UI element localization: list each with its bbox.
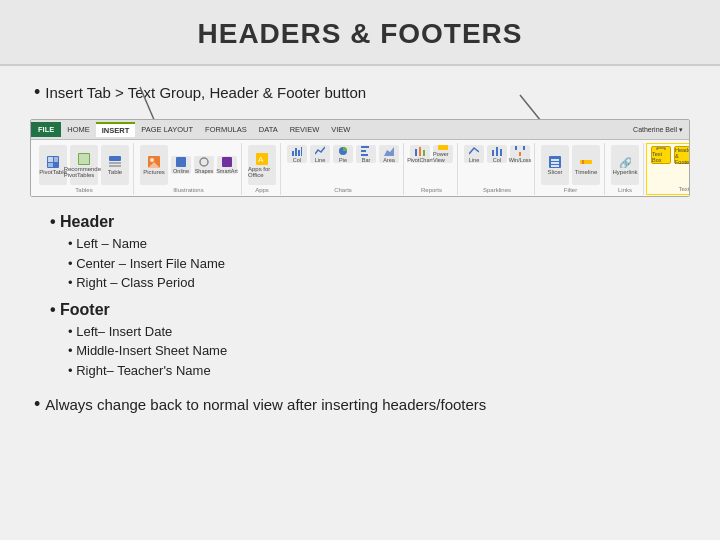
- ribbon-group-text: A Text Box Header & Footer A WordArt: [646, 143, 689, 195]
- tab-insert[interactable]: INSERT: [96, 122, 136, 137]
- hyperlink-icon[interactable]: 🔗 Hyperlink: [611, 145, 639, 185]
- text-label: Text: [678, 186, 689, 192]
- intro-bullet: Insert Tab > Text Group, Header & Footer…: [34, 82, 690, 103]
- svg-rect-36: [515, 146, 517, 150]
- pie-chart-icon[interactable]: Pie: [333, 145, 353, 163]
- svg-rect-40: [551, 159, 559, 161]
- svg-rect-33: [492, 150, 494, 156]
- charts-icons: Col Line Pie: [287, 145, 399, 163]
- svg-rect-21: [295, 148, 297, 156]
- svg-rect-23: [301, 147, 302, 156]
- textbox-icon[interactable]: A Text Box: [651, 146, 671, 164]
- shapes-icon[interactable]: Shapes: [194, 156, 214, 174]
- ribbon-group-tables: PivotTable Recommended PivotTables Table: [35, 143, 134, 195]
- svg-rect-4: [48, 157, 53, 162]
- tab-view[interactable]: VIEW: [325, 123, 356, 136]
- apps-office-icon[interactable]: A Apps for Office: [248, 145, 276, 185]
- svg-rect-6: [48, 163, 53, 167]
- apps-icons: A Apps for Office: [248, 145, 276, 185]
- ribbon-group-reports: PivotChart Power View Reports: [406, 143, 458, 195]
- svg-rect-27: [361, 154, 368, 156]
- pivotchart-icon[interactable]: PivotChart: [410, 145, 430, 163]
- svg-rect-31: [423, 150, 425, 156]
- tables-label: Tables: [75, 187, 92, 193]
- svg-rect-44: [582, 160, 584, 164]
- svg-rect-38: [523, 146, 525, 150]
- svg-rect-42: [551, 165, 559, 167]
- tab-home[interactable]: HOME: [61, 123, 96, 136]
- ribbon-body: PivotTable Recommended PivotTables Table: [31, 140, 689, 197]
- illustrations-icons: Pictures Online Shapes: [140, 145, 237, 185]
- ribbon-group-filter: Slicer Timeline Filter: [537, 143, 605, 195]
- line-chart-icon[interactable]: Line: [310, 145, 330, 163]
- win-loss-icon[interactable]: Win/Loss: [510, 145, 530, 163]
- filter-icons: Slicer Timeline: [541, 145, 600, 185]
- svg-rect-11: [109, 165, 121, 167]
- illustrations-label: Illustrations: [173, 187, 203, 193]
- svg-rect-17: [222, 157, 232, 167]
- svg-rect-41: [551, 162, 559, 164]
- svg-rect-8: [79, 154, 89, 164]
- svg-text:A: A: [258, 155, 264, 164]
- tab-data[interactable]: DATA: [253, 123, 284, 136]
- reports-icons: PivotChart Power View: [410, 145, 453, 163]
- svg-rect-9: [109, 156, 121, 161]
- header-item-left: Left – Name: [68, 234, 690, 254]
- svg-rect-10: [109, 162, 121, 164]
- table-icon[interactable]: Table: [101, 145, 129, 185]
- ribbon-group-illustrations: Pictures Online Shapes: [136, 143, 242, 195]
- svg-rect-37: [519, 152, 521, 156]
- online-pictures-icon[interactable]: Online: [171, 156, 191, 174]
- svg-rect-34: [496, 147, 498, 156]
- footer-section: Footer Left– Insert Date Middle-Insert S…: [50, 301, 690, 381]
- tab-file[interactable]: FILE: [31, 122, 61, 137]
- header-footer-icon[interactable]: Header & Footer: [674, 146, 689, 164]
- footer-item-right: Right– Teacher's Name: [68, 361, 690, 381]
- svg-rect-22: [298, 150, 300, 156]
- sparkline-column-icon[interactable]: Col: [487, 145, 507, 163]
- links-icons: 🔗 Hyperlink: [611, 145, 639, 185]
- header-item-center: Center – Insert File Name: [68, 254, 690, 274]
- title-bar: HEADERS & FOOTERS: [0, 0, 720, 66]
- svg-rect-20: [292, 151, 294, 156]
- column-chart-icon[interactable]: Col: [287, 145, 307, 163]
- svg-rect-32: [438, 145, 448, 150]
- svg-rect-30: [419, 147, 421, 156]
- ribbon-group-apps: A Apps for Office Apps: [244, 143, 281, 195]
- area-chart-icon[interactable]: Area: [379, 145, 399, 163]
- slicer-icon[interactable]: Slicer: [541, 145, 569, 185]
- content-area: Insert Tab > Text Group, Header & Footer…: [0, 66, 720, 540]
- svg-rect-35: [500, 149, 502, 156]
- tab-review[interactable]: REVIEW: [284, 123, 326, 136]
- footer-item-middle: Middle-Insert Sheet Name: [68, 341, 690, 361]
- tables-icons: PivotTable Recommended PivotTables Table: [39, 145, 129, 185]
- slide-title: HEADERS & FOOTERS: [30, 18, 690, 50]
- ribbon-user: Catherine Bell ▾: [633, 126, 689, 134]
- filter-label: Filter: [564, 187, 577, 193]
- ribbon-tabs-row: FILE HOME INSERT PAGE LAYOUT FORMULAS DA…: [31, 120, 689, 140]
- smartart-icon[interactable]: SmartArt: [217, 156, 237, 174]
- tab-page-layout[interactable]: PAGE LAYOUT: [135, 123, 199, 136]
- svg-rect-43: [580, 160, 592, 164]
- svg-point-16: [200, 158, 208, 166]
- timeline-icon[interactable]: Timeline: [572, 145, 600, 185]
- excel-ribbon: FILE HOME INSERT PAGE LAYOUT FORMULAS DA…: [30, 119, 690, 197]
- tab-formulas[interactable]: FORMULAS: [199, 123, 253, 136]
- svg-marker-28: [384, 147, 394, 156]
- header-item-right: Right – Class Period: [68, 273, 690, 293]
- bar-chart-icon[interactable]: Bar: [356, 145, 376, 163]
- sparkline-line-icon[interactable]: Line: [464, 145, 484, 163]
- sparklines-label: Sparklines: [483, 187, 511, 193]
- svg-text:🔗: 🔗: [619, 156, 631, 168]
- footer-section-title: Footer: [50, 301, 690, 319]
- sparklines-icons: Line Col Win/Loss: [464, 145, 530, 163]
- power-view-icon[interactable]: Power View: [433, 145, 453, 163]
- pictures-icon[interactable]: Pictures: [140, 145, 168, 185]
- svg-point-13: [150, 158, 154, 162]
- footer-item-left: Left– Insert Date: [68, 322, 690, 342]
- svg-rect-5: [54, 157, 58, 162]
- ribbon-group-links: 🔗 Hyperlink Links: [607, 143, 644, 195]
- slide: HEADERS & FOOTERS Insert Tab > Text Grou…: [0, 0, 720, 540]
- svg-rect-15: [176, 157, 186, 167]
- recommended-pivottable-icon[interactable]: Recommended PivotTables: [70, 145, 98, 185]
